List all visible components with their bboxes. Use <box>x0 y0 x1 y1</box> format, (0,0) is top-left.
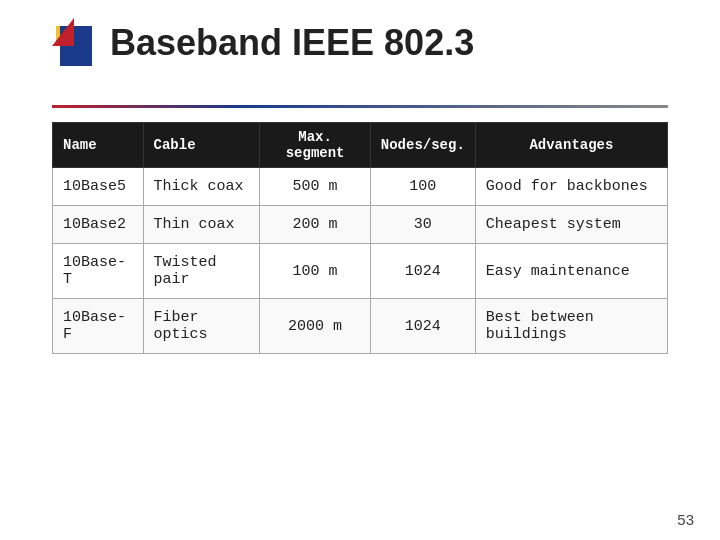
cell-max-segment: 2000 m <box>260 299 370 354</box>
col-header-cable: Cable <box>143 123 260 168</box>
cell-max-segment: 500 m <box>260 168 370 206</box>
cell-advantages: Good for backbones <box>475 168 667 206</box>
ieee-table: Name Cable Max. segment Nodes/seg. Advan… <box>52 122 668 354</box>
main-table-container: Name Cable Max. segment Nodes/seg. Advan… <box>52 122 668 354</box>
cell-cable: Fiber optics <box>143 299 260 354</box>
table-row: 10Base-TTwisted pair100 m1024Easy mainte… <box>53 244 668 299</box>
col-header-name: Name <box>53 123 144 168</box>
cell-nodes: 1024 <box>370 244 475 299</box>
table-row: 10Base-FFiber optics2000 m1024Best betwe… <box>53 299 668 354</box>
cell-advantages: Best between buildings <box>475 299 667 354</box>
table-header-row: Name Cable Max. segment Nodes/seg. Advan… <box>53 123 668 168</box>
cell-name: 10Base5 <box>53 168 144 206</box>
cell-nodes: 1024 <box>370 299 475 354</box>
cell-name: 10Base-F <box>53 299 144 354</box>
col-header-max-segment: Max. segment <box>260 123 370 168</box>
page-number: 53 <box>677 511 694 528</box>
header-divider <box>52 105 668 108</box>
cell-name: 10Base2 <box>53 206 144 244</box>
cell-cable: Thin coax <box>143 206 260 244</box>
cell-advantages: Easy maintenance <box>475 244 667 299</box>
table-row: 10Base2Thin coax200 m30Cheapest system <box>53 206 668 244</box>
cell-cable: Twisted pair <box>143 244 260 299</box>
cell-max-segment: 200 m <box>260 206 370 244</box>
col-header-nodes: Nodes/seg. <box>370 123 475 168</box>
cell-cable: Thick coax <box>143 168 260 206</box>
cell-nodes: 100 <box>370 168 475 206</box>
logo-decoration <box>52 18 100 76</box>
cell-name: 10Base-T <box>53 244 144 299</box>
col-header-advantages: Advantages <box>475 123 667 168</box>
cell-advantages: Cheapest system <box>475 206 667 244</box>
table-row: 10Base5Thick coax500 m100Good for backbo… <box>53 168 668 206</box>
cell-nodes: 30 <box>370 206 475 244</box>
logo-red <box>52 18 74 46</box>
slide-title: Baseband IEEE 802.3 <box>110 22 474 64</box>
cell-max-segment: 100 m <box>260 244 370 299</box>
